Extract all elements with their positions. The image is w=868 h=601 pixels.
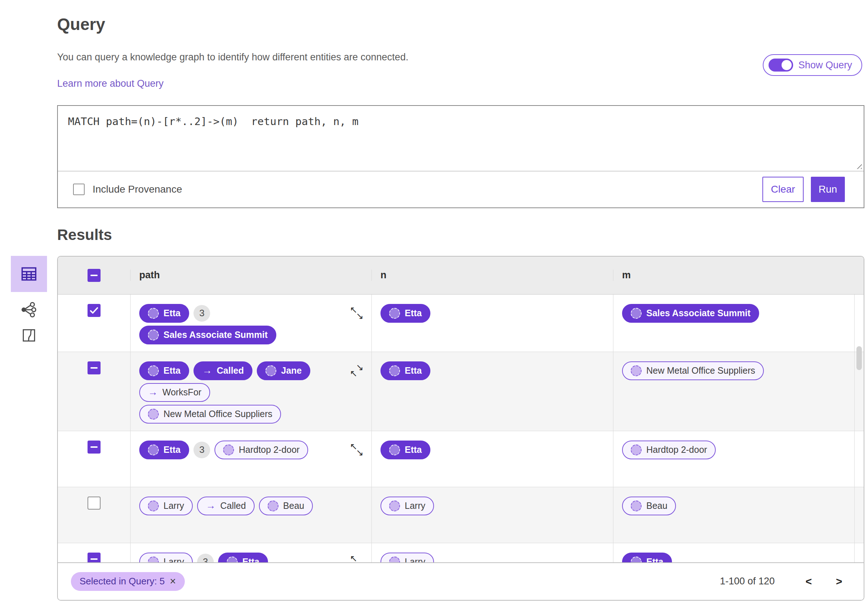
node-pill[interactable]: Etta	[139, 441, 189, 459]
row-checkbox[interactable]	[87, 362, 101, 374]
scrollbar-gutter	[854, 294, 863, 352]
cell-content: Etta→CalledJane→WorksForNew Metal Office…	[131, 352, 371, 431]
show-query-toggle[interactable]: Show Query	[763, 54, 862, 76]
pill-label: Hardtop 2-door	[646, 444, 707, 455]
scrollbar-gutter	[854, 431, 863, 487]
clear-button[interactable]: Clear	[763, 177, 804, 202]
prev-page-button[interactable]: <	[801, 575, 817, 587]
run-button[interactable]: Run	[811, 177, 845, 202]
node-pill[interactable]: Etta	[381, 441, 430, 459]
node-pill[interactable]: Etta	[381, 362, 430, 380]
node-pill[interactable]: Beau	[259, 497, 313, 516]
row-checkbox[interactable]	[87, 441, 101, 453]
pill-line: →WorksFor	[139, 383, 210, 402]
node-pill[interactable]: Larry	[381, 552, 434, 562]
pill-line: Etta	[381, 441, 430, 459]
node-circle-icon	[148, 365, 159, 376]
row-checkbox[interactable]	[87, 497, 101, 509]
edge-pill[interactable]: →Called	[194, 362, 252, 380]
cell-m: Etta	[613, 543, 854, 562]
cell-content: Etta	[372, 431, 613, 487]
graph-view-button[interactable]	[11, 301, 47, 318]
arrow-right-icon: →	[206, 501, 215, 511]
node-pill[interactable]: Larry	[139, 497, 193, 516]
cell-m: New Metal Office Suppliers	[613, 352, 854, 431]
node-circle-icon	[389, 444, 400, 455]
pill-line: New Metal Office Suppliers	[139, 405, 281, 424]
node-circle-icon	[631, 444, 642, 455]
selected-in-query-chip[interactable]: Selected in Query: 5 ×	[71, 572, 185, 591]
edge-pill[interactable]: →WorksFor	[139, 383, 210, 402]
node-pill[interactable]: New Metal Office Suppliers	[622, 362, 764, 380]
checkbox-icon[interactable]	[73, 184, 85, 195]
resize-handle-icon[interactable]	[856, 163, 862, 169]
cell-m: Beau	[613, 487, 854, 543]
toggle-switch-icon[interactable]	[769, 58, 793, 72]
pill-label: Called	[217, 365, 244, 376]
pill-line: Larry	[381, 552, 434, 562]
query-text[interactable]: MATCH path=(n)-[r*..2]->(m) return path,…	[58, 106, 863, 137]
include-provenance-checkbox[interactable]: Include Provenance	[73, 184, 182, 195]
cell-path: Etta→CalledJane→WorksForNew Metal Office…	[130, 352, 371, 431]
learn-more-link[interactable]: Learn more about Query	[57, 78, 164, 89]
collapse-icon[interactable]: ↘↖	[350, 363, 364, 377]
cell-path: Etta3Hardtop 2-door↖↘	[130, 431, 371, 487]
pill-label: Larry	[164, 500, 184, 511]
node-pill[interactable]: Larry	[139, 552, 193, 562]
scrollbar-gutter	[854, 543, 863, 562]
expand-icon[interactable]: ↖↘	[350, 306, 364, 320]
node-pill[interactable]: Beau	[622, 497, 676, 516]
node-pill[interactable]: Etta	[139, 362, 189, 380]
node-pill[interactable]: Hardtop 2-door	[622, 441, 716, 459]
pill-label: Etta	[164, 444, 180, 455]
node-pill[interactable]: Etta	[622, 552, 672, 562]
row-checkbox[interactable]	[87, 552, 101, 562]
scrollbar-thumb[interactable]	[856, 346, 862, 370]
pill-line: New Metal Office Suppliers	[622, 362, 764, 380]
edge-pill[interactable]: →Called	[197, 497, 255, 516]
node-pill[interactable]: Larry	[381, 497, 434, 516]
map-view-button[interactable]	[11, 327, 47, 343]
pill-label: Sales Associate Summit	[646, 308, 750, 319]
pill-label: Larry	[405, 500, 425, 511]
arrow-right-icon: →	[202, 366, 212, 375]
node-circle-icon	[389, 557, 400, 562]
pill-label: Beau	[646, 500, 667, 511]
pill-line: Sales Associate Summit	[139, 326, 276, 345]
node-pill[interactable]: Sales Associate Summit	[139, 326, 276, 345]
row-checkbox[interactable]	[87, 304, 101, 317]
toggle-knob[interactable]	[782, 60, 792, 70]
cell-content: Hardtop 2-door	[613, 431, 854, 487]
view-switcher-sidebar	[11, 256, 47, 343]
pill-label: Sales Associate Summit	[164, 329, 267, 340]
query-textarea[interactable]: MATCH path=(n)-[r*..2]->(m) return path,…	[58, 106, 863, 171]
node-pill[interactable]: Etta	[139, 304, 189, 323]
cell-path: Etta3Sales Associate Summit↖↘	[130, 294, 371, 352]
node-pill[interactable]: Jane	[257, 362, 310, 380]
table-view-button[interactable]	[11, 256, 47, 292]
chip-close-icon[interactable]: ×	[170, 575, 176, 587]
row-select-cell	[58, 294, 130, 352]
expand-icon[interactable]: ↖↘	[350, 443, 364, 456]
include-provenance-label: Include Provenance	[93, 184, 182, 195]
cell-n: Etta	[371, 431, 613, 487]
row-select-cell	[58, 352, 130, 431]
pill-label: New Metal Office Suppliers	[164, 409, 272, 419]
pill-label: Called	[220, 500, 246, 511]
node-pill[interactable]: Hardtop 2-door	[214, 441, 308, 459]
pill-line: Hardtop 2-door	[622, 441, 716, 459]
next-page-button[interactable]: >	[831, 575, 847, 587]
pill-line: Sales Associate Summit	[622, 304, 759, 323]
node-pill[interactable]: New Metal Office Suppliers	[139, 405, 281, 424]
node-pill[interactable]: Etta	[381, 304, 430, 323]
cell-content: New Metal Office Suppliers	[613, 352, 854, 408]
cell-path: Larry3Etta↖↘	[130, 543, 371, 562]
node-pill[interactable]: Etta	[218, 552, 268, 562]
results-footer: Selected in Query: 5 × 1-100 of 120 < >	[58, 562, 863, 600]
node-circle-icon	[631, 308, 642, 319]
pill-line: Etta	[622, 552, 672, 562]
expand-icon[interactable]: ↖↘	[350, 555, 364, 562]
node-pill[interactable]: Sales Associate Summit	[622, 304, 759, 323]
node-circle-icon	[148, 329, 159, 340]
select-all-checkbox[interactable]	[87, 269, 101, 282]
